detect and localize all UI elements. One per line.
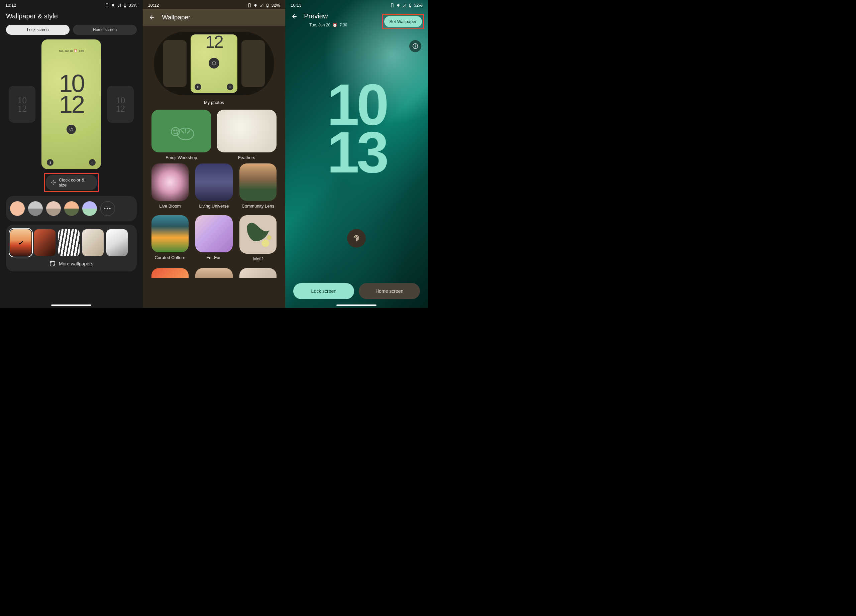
clock-style-option-right[interactable]: 10 12	[107, 86, 134, 123]
color-swatch-2[interactable]	[46, 201, 61, 216]
svg-rect-6	[248, 3, 251, 7]
my-photos-center: 12 ▮ ⌂	[191, 34, 237, 93]
phone-preview: 10:13 32% Preview Set Wallpaper Tue, Jun…	[285, 0, 428, 308]
clock-style-option-left[interactable]: 10 12	[9, 86, 35, 123]
wallpaper-thumb-3[interactable]	[82, 229, 104, 256]
my-photos-label: My photos	[143, 97, 286, 110]
motif-art	[239, 215, 277, 253]
color-swatch-0[interactable]	[10, 201, 25, 216]
lock-screen-preview[interactable]: Tue, Jun 20 ⏰ 7:30 10 12 ▮ ⌂	[42, 40, 101, 169]
phone-wallpaper-picker: 10:12 32% Wallpaper 12 ▮ ⌂ My photos	[143, 0, 286, 308]
preview-shortcuts: ▮ ⌂	[42, 159, 101, 166]
my-photos-side-left	[163, 40, 186, 87]
back-button[interactable]	[149, 14, 155, 21]
color-swatch-4[interactable]	[82, 201, 97, 216]
preview-row: 10 12 Tue, Jun 20 ⏰ 7:30 10 12 ▮ ⌂ 10 12	[0, 40, 143, 172]
category-partial-1[interactable]	[151, 268, 189, 278]
category-partial-3[interactable]	[239, 268, 277, 278]
svg-point-4	[53, 182, 54, 183]
category-community-lens[interactable]: Community Lens	[239, 163, 277, 212]
tab-lock-screen[interactable]: Lock screen	[293, 283, 354, 299]
status-bar: 10:12 33%	[0, 0, 143, 9]
battery-icon	[123, 3, 128, 8]
home-icon: ⌂	[227, 84, 233, 90]
category-feathers[interactable]: Feathers	[217, 110, 277, 163]
svg-point-21	[415, 45, 416, 46]
preview-clock: 10 12	[59, 73, 83, 115]
signal-icon	[402, 3, 406, 8]
fingerprint-icon	[347, 229, 366, 248]
battery-percent: 33%	[129, 3, 137, 8]
category-living-universe[interactable]: Living Universe	[195, 163, 233, 212]
category-grid-3col: Live Bloom Living Universe Community Len…	[143, 163, 286, 278]
back-button[interactable]	[291, 13, 298, 20]
category-live-bloom[interactable]: Live Bloom	[151, 163, 189, 212]
tab-home-screen[interactable]: Home screen	[359, 283, 420, 299]
status-icons: 32%	[247, 3, 280, 8]
svg-point-14	[262, 239, 269, 247]
category-for-fun[interactable]: For Fun	[195, 215, 233, 265]
more-wallpapers-button[interactable]: More wallpapers	[10, 256, 133, 267]
category-thumb	[239, 268, 277, 278]
svg-rect-5	[50, 261, 55, 266]
wallpaper-thumb-0[interactable]	[10, 229, 31, 256]
info-button[interactable]	[409, 40, 421, 52]
wifi-icon	[396, 3, 400, 8]
wallpaper-thumb-2[interactable]	[58, 229, 80, 256]
color-swatch-1[interactable]	[28, 201, 43, 216]
tab-lock-screen[interactable]: Lock screen	[6, 25, 69, 35]
svg-rect-0	[106, 3, 108, 7]
category-thumb	[195, 163, 233, 201]
svg-point-13	[176, 130, 177, 131]
category-emoji-workshop[interactable]: Emoji Workshop	[151, 110, 211, 163]
status-time: 10:13	[291, 3, 302, 8]
wallpaper-icon	[49, 261, 55, 267]
battery-percent: 32%	[414, 3, 423, 8]
wallpaper-thumbs	[10, 229, 133, 256]
info-icon	[412, 43, 418, 49]
wallpaper-thumb-4[interactable]	[106, 229, 128, 256]
signal-icon	[117, 3, 122, 8]
svg-rect-8	[267, 6, 268, 7]
category-thumb	[239, 163, 277, 201]
status-icons: 33%	[105, 3, 137, 8]
gesture-bar[interactable]	[336, 304, 377, 306]
checkmark-icon	[17, 239, 24, 246]
svg-point-3	[70, 128, 73, 131]
status-icons: 32%	[390, 3, 423, 8]
device-icon	[390, 3, 394, 8]
clock-color-size-button[interactable]: Clock color & size	[46, 175, 97, 190]
svg-rect-18	[409, 6, 411, 7]
tab-home-screen[interactable]: Home screen	[73, 25, 136, 35]
screen-tabs: Lock screen Home screen	[0, 25, 143, 40]
preview-clock: 10 13	[285, 81, 428, 176]
apply-tabs: Lock screen Home screen	[293, 283, 420, 299]
wallpaper-thumb-1[interactable]	[34, 229, 55, 256]
my-photos-preview[interactable]: 12 ▮ ⌂	[154, 32, 274, 95]
wifi-icon	[111, 3, 115, 8]
page-title: Wallpaper	[162, 14, 191, 21]
category-thumb	[151, 215, 189, 253]
svg-rect-16	[391, 3, 393, 7]
category-thumb	[195, 268, 233, 278]
battery-icon	[265, 3, 270, 8]
gesture-bar[interactable]	[51, 304, 91, 306]
status-time: 10:12	[148, 3, 159, 8]
svg-point-15	[267, 235, 271, 240]
header: Preview	[285, 9, 428, 23]
svg-rect-2	[124, 6, 126, 7]
highlight-annotation-clock: Clock color & size	[44, 173, 99, 192]
header: Wallpaper	[143, 9, 286, 26]
category-grid-2col: Emoji Workshop Feathers	[143, 110, 286, 163]
preview-date: Tue, Jun 20 ⏰ 7:30	[59, 49, 84, 52]
category-motif[interactable]: Motif	[239, 215, 277, 265]
category-partial-2[interactable]	[195, 268, 233, 278]
color-panel: •••	[6, 196, 137, 221]
color-swatch-3[interactable]	[64, 201, 79, 216]
category-thumb	[195, 215, 233, 253]
status-bar: 10:13 32%	[285, 0, 428, 9]
category-curated-culture[interactable]: Curated Culture	[151, 215, 189, 265]
more-colors-button[interactable]: •••	[100, 201, 115, 216]
turtle-icon	[166, 119, 196, 143]
gear-icon	[51, 180, 56, 185]
